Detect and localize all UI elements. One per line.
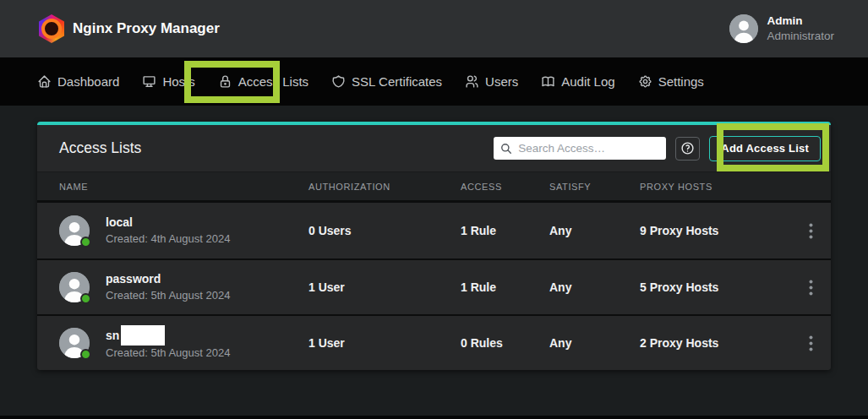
table-row: local Created: 4th August 2024 0 Users 1… <box>37 203 831 258</box>
npm-logo-icon <box>39 14 64 43</box>
access-list-name: password <box>106 270 230 287</box>
name-cell: sn Created: 5th August 2024 <box>59 325 308 362</box>
access-cell: 0 Rules <box>461 336 549 350</box>
user-role: Administrator <box>767 29 834 44</box>
user-name: Admin <box>767 14 834 29</box>
nav-item-hosts[interactable]: Hosts <box>142 74 194 89</box>
user-avatar <box>729 14 758 43</box>
access-list-name: sn <box>106 325 230 346</box>
main-navigation: Dashboard Hosts Access Lists SSL Certifi… <box>0 57 868 106</box>
help-button[interactable] <box>675 137 700 161</box>
row-menu-button[interactable] <box>801 220 820 242</box>
search-input[interactable] <box>518 142 659 155</box>
app-title: Nginx Proxy Manager <box>73 20 220 37</box>
nav-label: Users <box>485 74 518 89</box>
row-avatar <box>59 272 90 302</box>
bottom-edge-strip <box>0 416 868 419</box>
shield-icon <box>331 74 346 89</box>
panel-header: Access Lists Add Access List <box>37 125 831 171</box>
online-dot-icon <box>80 349 91 360</box>
column-header-authorization: AUTHORIZATION <box>308 182 461 192</box>
nav-label: Access Lists <box>238 74 308 89</box>
user-menu[interactable]: Admin Administrator <box>729 14 834 43</box>
users-icon <box>465 74 479 89</box>
nav-label: Settings <box>658 74 704 89</box>
add-access-list-button[interactable]: Add Access List <box>709 136 821 161</box>
gear-icon <box>638 74 652 89</box>
nav-item-access-lists[interactable]: Access Lists <box>218 74 308 89</box>
nav-label: Dashboard <box>57 74 119 89</box>
name-cell: password Created: 5th August 2024 <box>59 270 308 303</box>
table-row: password Created: 5th August 2024 1 User… <box>37 258 831 314</box>
kebab-vertical-icon <box>809 280 813 296</box>
table-row: sn Created: 5th August 2024 1 User 0 Rul… <box>37 314 831 370</box>
access-cell: 1 Rule <box>461 224 549 237</box>
created-date: Created: 4th August 2024 <box>106 231 230 248</box>
access-lists-panel: Access Lists Add Access List NAME AUTHOR… <box>37 122 831 370</box>
row-menu-button[interactable] <box>801 332 820 354</box>
nav-item-users[interactable]: Users <box>465 74 518 89</box>
search-box <box>494 137 666 160</box>
table-body: local Created: 4th August 2024 0 Users 1… <box>37 203 831 370</box>
lock-icon <box>218 74 232 89</box>
book-icon <box>541 74 555 89</box>
kebab-vertical-icon <box>809 223 813 239</box>
table-header-row: NAME AUTHORIZATION ACCESS SATISFY PROXY … <box>37 171 831 203</box>
row-menu-button[interactable] <box>801 276 820 298</box>
access-list-name: local <box>106 214 230 231</box>
top-header-bar: Nginx Proxy Manager Admin Administrator <box>0 0 868 57</box>
nav-label: SSL Certificates <box>352 74 442 89</box>
home-icon <box>37 74 52 89</box>
name-cell: local Created: 4th August 2024 <box>59 214 308 247</box>
authorization-cell: 1 User <box>308 280 461 294</box>
authorization-cell: 0 Users <box>308 224 461 237</box>
online-dot-icon <box>80 293 91 304</box>
question-circle-icon <box>680 141 695 155</box>
nav-item-ssl-certificates[interactable]: SSL Certificates <box>331 74 442 89</box>
authorization-cell: 1 User <box>308 336 461 350</box>
kebab-vertical-icon <box>809 335 813 351</box>
nav-item-settings[interactable]: Settings <box>638 74 704 89</box>
satisfy-cell: Any <box>549 336 640 350</box>
proxy-hosts-cell: 5 Proxy Hosts <box>640 280 789 294</box>
column-header-access: ACCESS <box>461 182 549 192</box>
satisfy-cell: Any <box>549 224 640 237</box>
page-title: Access Lists <box>59 139 141 157</box>
column-header-proxy-hosts: PROXY HOSTS <box>640 182 789 192</box>
nav-label: Audit Log <box>561 74 614 89</box>
online-dot-icon <box>80 237 91 248</box>
proxy-hosts-cell: 2 Proxy Hosts <box>640 336 789 350</box>
created-date: Created: 5th August 2024 <box>106 346 230 362</box>
proxy-hosts-cell: 9 Proxy Hosts <box>640 224 789 237</box>
nav-item-audit-log[interactable]: Audit Log <box>541 74 614 89</box>
satisfy-cell: Any <box>549 280 640 294</box>
row-avatar <box>59 215 90 246</box>
access-cell: 1 Rule <box>461 280 549 294</box>
monitor-icon <box>142 74 156 89</box>
column-header-satisfy: SATISFY <box>549 182 640 192</box>
search-icon <box>500 143 512 155</box>
nav-item-dashboard[interactable]: Dashboard <box>37 74 119 89</box>
created-date: Created: 5th August 2024 <box>106 288 230 304</box>
row-avatar <box>59 328 90 358</box>
nav-label: Hosts <box>162 74 194 89</box>
column-header-name: NAME <box>59 182 308 192</box>
panel-actions: Add Access List <box>494 136 821 161</box>
redaction-box <box>121 325 165 346</box>
